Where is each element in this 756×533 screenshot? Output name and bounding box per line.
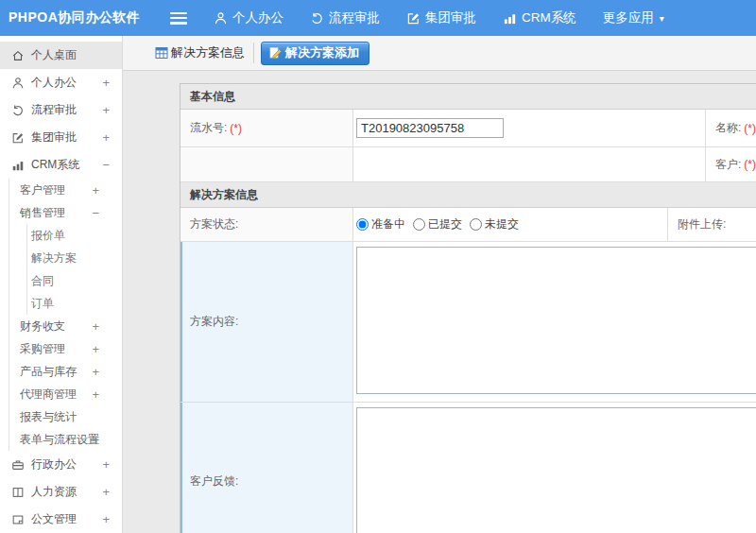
home-icon: [11, 49, 25, 62]
add-edit-icon: [268, 46, 282, 60]
radio-label: 未提交: [485, 216, 519, 232]
content-label: 方案内容:: [190, 314, 238, 330]
sidebar-item-contract[interactable]: 合同: [0, 269, 122, 292]
empty-cell: [353, 147, 705, 181]
edit-square-icon: [406, 11, 421, 26]
sidebar-item-crm-system[interactable]: CRM系统 −: [0, 151, 122, 179]
form-row-status: 方案状态: 准备中 已提交 未提交: [180, 208, 756, 242]
sidebar-item-group-approval[interactable]: 集团审批 +: [0, 124, 122, 151]
status-label-cell: 方案状态:: [180, 208, 353, 241]
nav-more-apps[interactable]: 更多应用 ▾: [603, 9, 664, 26]
expand-toggle[interactable]: +: [92, 433, 99, 447]
cycle-icon: [310, 11, 324, 26]
solution-form: 基本信息 流水号: (*) 名称: (*) 客户:: [180, 83, 756, 533]
radio-preparing[interactable]: [356, 218, 369, 231]
attachment-upload-label: 附件上传:: [678, 216, 726, 232]
section-header-basic-info: 基本信息: [180, 84, 756, 110]
expand-toggle[interactable]: +: [102, 130, 110, 145]
required-mark: (*): [744, 158, 756, 171]
serial-label: 流水号:: [190, 120, 227, 136]
add-solution-button[interactable]: 解决方案添加: [261, 42, 369, 65]
expand-toggle[interactable]: +: [92, 387, 99, 402]
radio-submitted[interactable]: [413, 218, 425, 231]
sidebar-item-form-workflow-settings[interactable]: 表单与流程设置 +: [0, 428, 122, 451]
bar-chart-icon: [503, 11, 517, 26]
sidebar-item-sales-mgmt[interactable]: 销售管理 −: [0, 201, 122, 224]
name-label-cell: 名称: (*): [705, 110, 756, 146]
expand-toggle[interactable]: +: [102, 103, 110, 117]
bar-chart-icon: [11, 159, 25, 172]
nav-workflow-approval[interactable]: 流程审批: [310, 9, 380, 26]
nav-label: 流程审批: [329, 9, 380, 26]
expand-toggle[interactable]: +: [102, 485, 110, 499]
nav-label: 更多应用: [603, 9, 654, 26]
sidebar-item-hr[interactable]: 人力资源 +: [0, 478, 122, 506]
serial-number-input[interactable]: [356, 118, 504, 138]
radio-option-preparing[interactable]: 准备中: [356, 216, 405, 232]
sidebar-item-purchase[interactable]: 采购管理 +: [0, 337, 122, 360]
tab-bar: 解决方案信息 解决方案添加: [123, 36, 756, 71]
tab-divider: [253, 43, 254, 63]
nav-personal-office[interactable]: 个人办公: [214, 9, 284, 26]
status-radio-group: 准备中 已提交 未提交: [353, 208, 667, 241]
customer-label: 客户:: [715, 157, 741, 173]
content-label-cell: 方案内容:: [180, 242, 353, 402]
sidebar-item-finance[interactable]: 财务收支 +: [0, 315, 122, 337]
expand-toggle[interactable]: +: [102, 512, 110, 526]
solution-content-textarea[interactable]: [356, 247, 756, 394]
serial-label-cell: 流水号: (*): [180, 110, 353, 146]
form-row-customer: 客户: (*): [180, 147, 756, 182]
empty-label-cell: [180, 147, 353, 181]
nav-crm-system[interactable]: CRM系统: [503, 9, 576, 26]
sidebar-item-solution[interactable]: 解决方案: [0, 247, 122, 269]
radio-option-submitted[interactable]: 已提交: [413, 216, 462, 232]
sidebar-item-agent-mgmt[interactable]: 代理商管理 +: [0, 383, 122, 405]
feedback-textarea-cell: [353, 403, 756, 533]
hamburger-menu-icon[interactable]: [170, 12, 187, 25]
sidebar-item-order[interactable]: 订单: [0, 292, 122, 315]
expand-toggle[interactable]: +: [102, 457, 110, 472]
person-icon: [11, 77, 25, 90]
radio-option-not-submitted[interactable]: 未提交: [470, 216, 519, 232]
sidebar-item-document-mgmt[interactable]: 公文管理 +: [0, 506, 122, 533]
sidebar-item-personal-desktop[interactable]: 个人桌面: [0, 42, 122, 69]
person-icon: [214, 11, 228, 26]
expand-toggle[interactable]: +: [92, 365, 99, 379]
serial-input-cell: [353, 110, 705, 146]
expand-toggle[interactable]: +: [92, 319, 99, 334]
name-label: 名称:: [715, 120, 741, 136]
edit-square-icon: [11, 131, 25, 145]
sidebar-item-reports[interactable]: 报表与统计: [0, 405, 122, 428]
required-mark: (*): [744, 122, 756, 135]
sidebar-item-personal-office[interactable]: 个人办公 +: [0, 69, 122, 96]
tab-solution-info[interactable]: 解决方案信息: [155, 44, 245, 61]
nav-group-approval[interactable]: 集团审批: [406, 9, 476, 26]
nav-label: 集团审批: [425, 9, 476, 26]
nav-label: 个人办公: [232, 9, 284, 26]
sidebar-item-product-inventory[interactable]: 产品与库存 +: [0, 360, 122, 383]
nav-label: CRM系统: [522, 9, 576, 26]
table-grid-icon: [155, 46, 168, 60]
collapse-toggle[interactable]: −: [92, 206, 99, 220]
required-mark: (*): [230, 122, 242, 135]
sidebar-item-workflow-approval[interactable]: 流程审批 +: [0, 96, 122, 124]
radio-not-submitted[interactable]: [470, 218, 482, 231]
button-label: 解决方案添加: [285, 44, 359, 61]
customer-feedback-textarea[interactable]: [356, 407, 756, 533]
attachment-label-cell: 附件上传:: [667, 208, 756, 241]
main-content: 解决方案信息 解决方案添加 基本信息 流水号: (*): [123, 36, 756, 533]
sidebar-item-customer-mgmt[interactable]: 客户管理 +: [0, 179, 122, 201]
form-row-feedback: 客户反馈:: [180, 403, 756, 533]
radio-label: 准备中: [371, 216, 405, 232]
sidebar-item-quotation[interactable]: 报价单: [0, 224, 122, 247]
briefcase-icon: [11, 458, 25, 472]
cycle-icon: [11, 104, 25, 117]
expand-toggle[interactable]: +: [102, 76, 110, 90]
expand-toggle[interactable]: +: [92, 183, 99, 198]
book-icon: [11, 486, 25, 499]
collapse-toggle[interactable]: −: [102, 158, 110, 172]
expand-toggle[interactable]: +: [92, 342, 99, 356]
content-textarea-cell: [353, 242, 756, 402]
sidebar-item-admin-office[interactable]: 行政办公 +: [0, 451, 122, 478]
form-row-content: 方案内容:: [180, 242, 756, 403]
